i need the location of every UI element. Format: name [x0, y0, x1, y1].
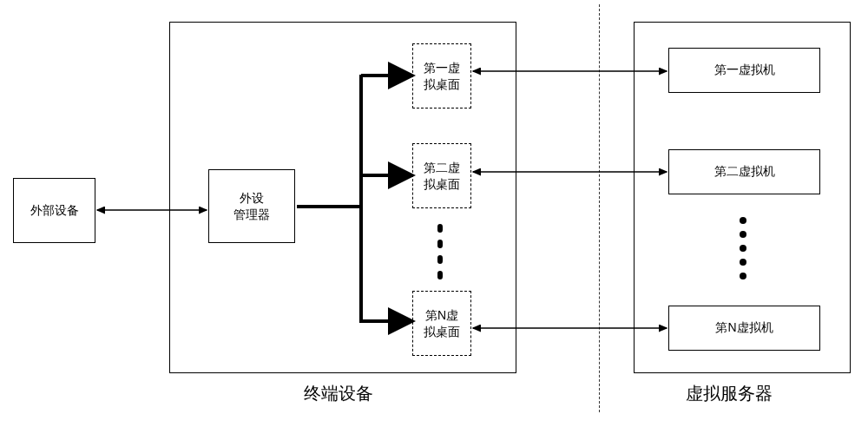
connectors — [0, 0, 868, 434]
